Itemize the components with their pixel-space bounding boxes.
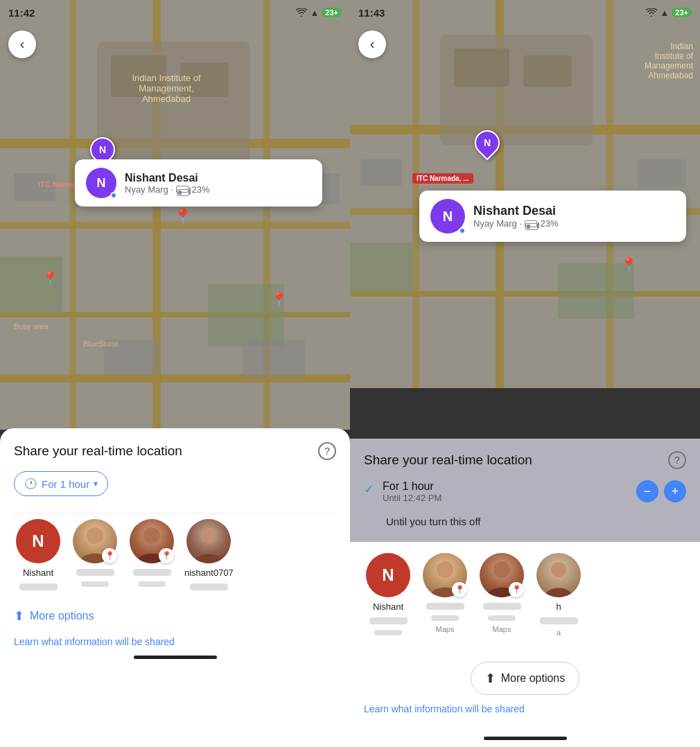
home-indicator-left xyxy=(134,656,217,659)
contact-avatar-4-right xyxy=(536,553,581,597)
svg-point-19 xyxy=(143,527,160,544)
learn-link-right[interactable]: Learn what information will be shared xyxy=(364,703,686,714)
contact-sub-4-right: a xyxy=(557,629,561,637)
phone-panel-right: IndianInstitute ofManagementAhmedabad IT… xyxy=(350,0,700,747)
decrease-button-right[interactable]: − xyxy=(636,480,658,502)
contact-sub1-nishant-left xyxy=(19,583,58,590)
map-avatar-dot-left xyxy=(110,192,117,199)
contact-item-nishant-left[interactable]: N Nishant xyxy=(14,519,62,590)
contact-name-4-right: h xyxy=(556,601,561,612)
status-time-right: 11:43 xyxy=(358,7,385,19)
contact-maps-badge-2-right: 📍 xyxy=(452,582,467,597)
chevron-down-icon-left: ▾ xyxy=(94,479,98,489)
contact-item-2-right[interactable]: 📍 Maps xyxy=(421,553,469,637)
contact-item-3-left[interactable]: 📍 xyxy=(128,519,176,590)
map-contact-info-right: Nishant Desai Nyay Marg · 23% xyxy=(473,204,559,229)
share-icon-right: ⬆ xyxy=(485,671,496,686)
map-pin-orange-left: 📍 xyxy=(173,208,192,226)
map-avatar-dot-right xyxy=(459,227,466,234)
contact-avatar-nishant-left: N xyxy=(16,519,60,563)
bottom-sheet-right: Share your real-time location ? ✓ For 1 … xyxy=(350,439,700,747)
help-icon-left[interactable]: ? xyxy=(318,442,336,460)
contacts-row-right: N Nishant xyxy=(364,553,686,637)
wifi-icon-left xyxy=(296,8,307,17)
home-indicator-right xyxy=(484,737,567,740)
contact-name-2-left xyxy=(76,569,114,576)
sheet-title-left: Share your real-time location xyxy=(14,443,182,459)
duration-label-left: For 1 hour xyxy=(42,478,89,490)
back-button-right[interactable]: ‹ xyxy=(358,30,386,58)
sheet-title-right: Share your real-time location xyxy=(364,452,532,468)
contact-item-nishant-right[interactable]: N Nishant xyxy=(364,553,412,637)
status-icons-right: ▲ 23+ xyxy=(646,8,692,18)
map-pin-blue-left: 📍 xyxy=(270,291,288,308)
map-pin-yellow-left: 📍 xyxy=(42,270,59,287)
contact-item-3-right[interactable]: 📍 Maps xyxy=(478,553,526,637)
status-icons-left: ▲ 23+ xyxy=(296,8,342,18)
wifi-icon-right xyxy=(646,8,657,17)
svg-point-18 xyxy=(87,527,103,544)
svg-point-38 xyxy=(551,562,566,577)
contacts-row-left: N Nishant 📍 xyxy=(14,519,336,590)
status-time-left: 11:42 xyxy=(8,7,35,19)
svg-point-20 xyxy=(201,528,216,543)
contact-maps-label-3-right: Maps xyxy=(493,625,511,633)
options-section-right: Share your real-time location ? ✓ For 1 … xyxy=(350,439,700,542)
battery-icon-left xyxy=(176,186,189,193)
map-contact-avatar-left: N xyxy=(86,168,116,198)
checkmark-icon-right: ✓ xyxy=(364,482,374,497)
status-bar-left: 11:42 ▲ 23+ xyxy=(0,0,350,25)
duration-pill-left[interactable]: 🕐 For 1 hour ▾ xyxy=(14,471,108,496)
more-options-label-right: More options xyxy=(501,672,566,685)
svg-point-36 xyxy=(437,561,453,578)
share-icon-left: ⬆ xyxy=(14,608,24,624)
increase-button-right[interactable]: + xyxy=(664,480,686,502)
sheet-title-row-left: Share your real-time location ? xyxy=(14,442,336,460)
contact-avatar-nishant-right: N xyxy=(366,553,410,597)
contact-item-4-left[interactable]: nishant0707 xyxy=(184,519,234,590)
help-icon-right[interactable]: ? xyxy=(668,451,686,469)
map-contact-avatar-right: N xyxy=(430,199,465,234)
more-options-label-left: More options xyxy=(30,610,94,622)
contact-name-nishant-left: Nishant xyxy=(23,568,53,578)
contact-maps-badge-3-left: 📍 xyxy=(159,548,174,563)
map-contact-info-left: Nishant Desai Nyay Marg · 23% xyxy=(125,172,210,195)
bottom-sheet-left: Share your real-time location ? 🕐 For 1 … xyxy=(0,428,350,747)
phone-panel-left: Indian Institute ofManagement,Ahmedabad … xyxy=(0,0,350,747)
option-row-1-right: ✓ For 1 hour Until 12:42 PM − + xyxy=(364,480,686,503)
more-options-section-right: ⬆ More options xyxy=(350,655,700,701)
learn-link-left[interactable]: Learn what information will be shared xyxy=(14,636,336,647)
more-options-button-left[interactable]: ⬆ More options xyxy=(14,601,336,631)
divider-left xyxy=(14,513,336,513)
contact-maps-badge-2-left: 📍 xyxy=(102,548,117,563)
itc-narmada-badge: ITC Narmada, ... xyxy=(412,173,473,184)
battery-badge-left: 23+ xyxy=(322,8,342,17)
svg-point-37 xyxy=(493,561,510,578)
battery-badge-right: 23+ xyxy=(672,8,692,17)
map-area-left: Indian Institute ofManagement,Ahmedabad … xyxy=(0,0,350,430)
clock-icon-left: 🕐 xyxy=(24,477,37,490)
option2-label-right: Until you turn this off xyxy=(386,516,480,527)
map-contact-card-right: N Nishant Desai Nyay Marg · 23% xyxy=(419,191,686,242)
map-pin-right-2: 📍 xyxy=(620,256,638,273)
contact-name-nishant-right: Nishant xyxy=(373,601,403,612)
map-contact-card-left: N Nishant Desai Nyay Marg · 23% xyxy=(75,159,322,206)
status-bar-right: 11:43 ▲ 23+ xyxy=(350,0,700,25)
sheet-title-row-right: Share your real-time location ? xyxy=(364,451,686,469)
contact-maps-badge-3-right: 📍 xyxy=(509,582,524,597)
contacts-section-right: N Nishant xyxy=(350,542,700,655)
option1-label-right: For 1 hour xyxy=(383,480,441,493)
option-row-2-right: Until you turn this off xyxy=(364,514,686,536)
contact-name-4-left: nishant0707 xyxy=(184,568,234,578)
contact-item-2-left[interactable]: 📍 xyxy=(71,519,119,590)
contact-maps-label-2-right: Maps xyxy=(436,625,455,633)
contact-item-4-right[interactable]: h a xyxy=(534,553,583,637)
map-avatar-pin-right: N xyxy=(475,130,500,155)
back-button-left[interactable]: ‹ xyxy=(8,30,36,58)
contact-avatar-4-left xyxy=(186,519,231,563)
option1-sublabel-right: Until 12:42 PM xyxy=(383,493,441,503)
more-options-button-right[interactable]: ⬆ More options xyxy=(471,662,580,695)
